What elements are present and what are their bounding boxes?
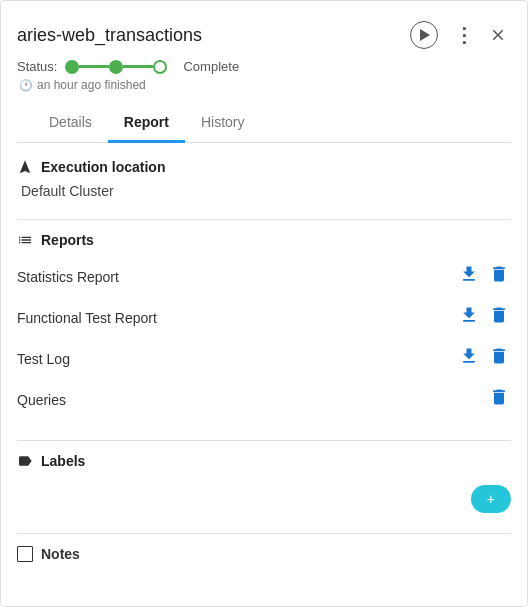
add-label-plus: +: [487, 491, 495, 507]
delete-icon-functional[interactable]: [487, 303, 511, 332]
execution-title: Execution location: [41, 159, 165, 175]
report-name-statistics: Statistics Report: [17, 269, 119, 285]
app-title: aries-web_transactions: [17, 25, 202, 46]
play-triangle-icon: [420, 29, 430, 41]
report-item-statistics: Statistics Report: [17, 256, 511, 297]
delete-icon-testlog[interactable]: [487, 344, 511, 373]
content: Execution location Default Cluster Repor…: [1, 143, 527, 578]
tab-report[interactable]: Report: [108, 104, 185, 143]
navigation-icon: [17, 159, 33, 175]
play-button[interactable]: [406, 17, 442, 53]
delete-icon-queries[interactable]: [487, 385, 511, 414]
progress-line-2: [123, 65, 153, 68]
labels-header: Labels: [17, 453, 511, 469]
notes-title: Notes: [41, 546, 80, 562]
reports-section: Reports Statistics Report: [17, 232, 511, 420]
divider-1: [17, 219, 511, 220]
more-options-button[interactable]: ⋮: [450, 21, 477, 49]
status-row: Status: Complete: [17, 59, 511, 74]
divider-2: [17, 440, 511, 441]
status-label: Status:: [17, 59, 57, 74]
progress-dot-1: [65, 60, 79, 74]
report-actions-queries: [487, 385, 511, 414]
status-value: Complete: [183, 59, 239, 74]
download-icon-statistics[interactable]: [457, 262, 481, 291]
notes-icon: [17, 546, 33, 562]
time-ago: an hour ago finished: [37, 78, 146, 92]
progress-dot-2: [109, 60, 123, 74]
header-title-row: aries-web_transactions ⋮: [17, 17, 511, 53]
execution-section: Execution location Default Cluster: [17, 159, 511, 199]
execution-header: Execution location: [17, 159, 511, 175]
reports-header: Reports: [17, 232, 511, 248]
report-actions-testlog: [457, 344, 511, 373]
header: aries-web_transactions ⋮ Status:: [1, 1, 527, 143]
report-item-testlog: Test Log: [17, 338, 511, 379]
report-name-functional: Functional Test Report: [17, 310, 157, 326]
labels-action-row: +: [17, 477, 511, 513]
list-icon: [17, 232, 33, 248]
download-icon-functional[interactable]: [457, 303, 481, 332]
play-icon: [410, 21, 438, 49]
report-name-testlog: Test Log: [17, 351, 70, 367]
progress-dot-3: [153, 60, 167, 74]
reports-title: Reports: [41, 232, 94, 248]
tab-details[interactable]: Details: [33, 104, 108, 143]
add-label-button[interactable]: +: [471, 485, 511, 513]
close-icon: [489, 26, 507, 44]
clock-icon: 🕐: [19, 79, 33, 92]
more-vertical-icon: ⋮: [454, 25, 473, 45]
label-icon: [17, 453, 33, 469]
delete-icon-statistics[interactable]: [487, 262, 511, 291]
report-actions-functional: [457, 303, 511, 332]
time-row: 🕐 an hour ago finished: [19, 78, 511, 92]
labels-section: Labels +: [17, 453, 511, 513]
header-actions: ⋮: [406, 17, 511, 53]
tab-history[interactable]: History: [185, 104, 261, 143]
notes-section: Notes: [17, 546, 511, 562]
report-item-queries: Queries: [17, 379, 511, 420]
execution-value: Default Cluster: [17, 183, 511, 199]
report-name-queries: Queries: [17, 392, 66, 408]
divider-3: [17, 533, 511, 534]
progress-line-1: [79, 65, 109, 68]
labels-title: Labels: [41, 453, 85, 469]
report-actions-statistics: [457, 262, 511, 291]
close-button[interactable]: [485, 22, 511, 48]
progress-bar: [65, 60, 167, 74]
report-item-functional: Functional Test Report: [17, 297, 511, 338]
download-icon-testlog[interactable]: [457, 344, 481, 373]
panel: aries-web_transactions ⋮ Status:: [0, 0, 528, 607]
tabs: Details Report History: [17, 104, 511, 143]
